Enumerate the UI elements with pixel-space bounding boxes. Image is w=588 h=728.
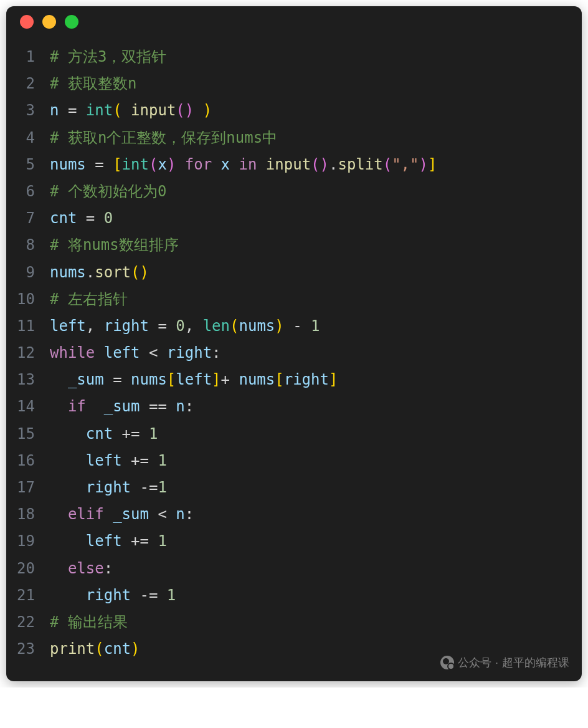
code-content[interactable]: # 输出结果 [50,609,582,636]
token-op [257,156,265,173]
line-number: 18 [6,501,50,528]
token-punc: () [131,264,149,281]
code-line[interactable]: 4# 获取n个正整数，保存到nums中 [6,125,582,151]
token-op: < [149,505,176,523]
token-ident: right [86,587,131,604]
code-line[interactable]: 8# 将nums数组排序 [6,232,582,259]
code-line[interactable]: 14 if _sum == n: [6,393,582,420]
token-op: == [140,398,176,415]
code-line[interactable]: 21 right -= 1 [6,582,582,609]
token-punc: ( [95,640,103,658]
token-comment: # 左右指针 [50,290,128,308]
token-op: += [122,532,158,550]
token-keyword: in [239,156,257,173]
code-line[interactable]: 3n = int( input() ) [6,97,582,124]
token-ident: nums [50,264,86,281]
code-content[interactable]: # 获取整数n [50,70,582,97]
token-op: = [59,102,85,119]
code-line[interactable]: 12while left < right: [6,340,582,366]
token-op [104,505,113,523]
token-ident: n [50,102,59,119]
line-number: 22 [6,609,50,636]
code-content[interactable]: cnt += 1 [50,421,582,448]
code-line[interactable]: 7cnt = 0 [6,205,582,232]
token-ident: x [221,156,230,173]
token-ident: left [176,371,212,388]
code-content[interactable]: while left < right: [50,340,582,366]
code-line[interactable]: 17 right -=1 [6,474,582,501]
code-line[interactable]: 2# 获取整数n [6,70,582,97]
token-punc: ] [428,156,437,173]
token-ident: nums [50,156,86,173]
code-content[interactable]: else: [50,555,582,582]
code-line[interactable]: 9nums.sort() [6,259,582,286]
token-ident: left [104,344,140,362]
code-line[interactable]: 13 _sum = nums[left]+ nums[right] [6,366,582,393]
code-content[interactable]: right -= 1 [50,582,582,609]
maximize-icon[interactable] [65,15,78,29]
code-line[interactable]: 18 elif _sum < n: [6,501,582,528]
token-op [86,398,104,415]
line-number: 7 [6,205,50,232]
code-content[interactable]: # 个数初始化为0 [50,178,582,205]
token-op: += [113,425,149,443]
code-line[interactable]: 5nums = [int(x) for x in input().split("… [6,151,582,178]
token-number: 1 [149,425,158,443]
code-content[interactable]: left += 1 [50,448,582,474]
line-number: 20 [6,555,50,582]
token-func: print [50,640,95,658]
code-line[interactable]: 10# 左右指针 [6,286,582,313]
token-builtin: int [122,156,149,173]
token-ident: cnt [104,640,131,658]
code-line[interactable]: 22# 输出结果 [6,609,582,636]
token-ident: _sum [104,398,140,415]
token-op: -= [131,587,167,604]
code-line[interactable]: 11left, right = 0, len(nums) - 1 [6,313,582,340]
line-number: 2 [6,70,50,97]
code-area[interactable]: 1# 方法3，双指针2# 获取整数n3n = int( input() )4# … [6,37,582,681]
close-icon[interactable] [20,15,34,29]
token-op [176,156,184,173]
code-line[interactable]: 19 left += 1 [6,528,582,555]
code-line[interactable]: 6# 个数初始化为0 [6,178,582,205]
code-content[interactable]: elif _sum < n: [50,501,582,528]
token-op: += [122,452,158,469]
token-comment: # 将nums数组排序 [50,236,179,254]
token-op [194,102,202,119]
token-ident: _sum [68,371,104,388]
line-number: 13 [6,366,50,393]
code-line[interactable]: 16 left += 1 [6,448,582,474]
watermark-name: 超平的编程课 [502,655,569,670]
code-content[interactable]: # 方法3，双指针 [50,44,582,70]
watermark-sep: · [495,656,498,669]
token-op [122,102,131,119]
code-content[interactable]: left += 1 [50,528,582,555]
token-ident: left [86,532,122,550]
token-op: = [149,317,176,335]
code-content[interactable]: nums = [int(x) for x in input().split(",… [50,151,582,178]
code-content[interactable]: # 将nums数组排序 [50,232,582,259]
minimize-icon[interactable] [42,15,56,29]
code-content[interactable]: if _sum == n: [50,393,582,420]
line-number: 6 [6,178,50,205]
code-line[interactable]: 15 cnt += 1 [6,421,582,448]
token-number: 1 [158,452,166,469]
code-content[interactable]: cnt = 0 [50,205,582,232]
token-ident: n [176,505,184,523]
code-content[interactable]: _sum = nums[left]+ nums[right] [50,366,582,393]
token-op: - [284,317,311,335]
code-line[interactable]: 1# 方法3，双指针 [6,44,582,70]
code-line[interactable]: 20 else: [6,555,582,582]
code-content[interactable]: left, right = 0, len(nums) - 1 [50,313,582,340]
line-number: 10 [6,286,50,313]
line-number: 4 [6,125,50,151]
code-content[interactable]: right -=1 [50,474,582,501]
code-content[interactable]: # 左右指针 [50,286,582,313]
token-punc: ) [203,102,212,119]
code-content[interactable]: n = int( input() ) [50,97,582,124]
token-func: split [338,156,382,173]
code-content[interactable]: # 获取n个正整数，保存到nums中 [50,125,582,151]
token-number: 1 [167,587,176,604]
token-op: = [104,371,131,388]
code-content[interactable]: nums.sort() [50,259,582,286]
